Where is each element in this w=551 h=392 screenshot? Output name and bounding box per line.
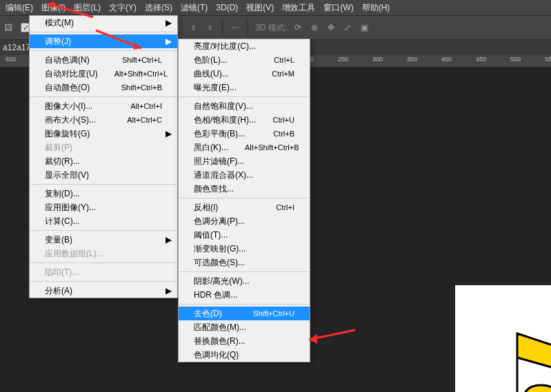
menu-item[interactable]: 色调分离(P)... bbox=[179, 214, 310, 228]
menu-item[interactable]: 图层(L) bbox=[70, 0, 105, 16]
more-icon[interactable]: ⋯ bbox=[228, 21, 242, 34]
document-tab[interactable]: a12a17f bbox=[3, 43, 32, 52]
menu-item[interactable]: 阴影/高光(W)... bbox=[179, 274, 310, 288]
menu-item[interactable]: HDR 色调... bbox=[179, 288, 310, 302]
menu-item[interactable]: 反相(I)Ctrl+I bbox=[179, 200, 310, 214]
menu-item[interactable]: 选择(S) bbox=[141, 0, 177, 16]
menu-item[interactable]: 复制(D)... bbox=[30, 187, 177, 200]
menu-item[interactable]: 自动对比度(U)Alt+Shift+Ctrl+L bbox=[30, 67, 177, 81]
menu-item[interactable]: 编辑(E) bbox=[1, 0, 37, 16]
menu-item[interactable]: 自然饱和度(V)... bbox=[179, 99, 310, 113]
menu-item[interactable]: 匹配颜色(M)... bbox=[179, 320, 310, 334]
menu-item[interactable]: 画布大小(S)...Alt+Ctrl+C bbox=[30, 113, 177, 127]
menu-item[interactable]: 去色(D)Shift+Ctrl+U bbox=[179, 307, 310, 320]
menu-item[interactable]: 照片滤镜(F)... bbox=[179, 154, 310, 168]
menu-item[interactable]: 调整(J)▶ bbox=[30, 34, 177, 48]
menu-item[interactable]: 曝光度(E)... bbox=[179, 81, 310, 94]
adjustments-submenu: 亮度/对比度(C)...色阶(L)...Ctrl+L曲线(U)...Ctrl+M… bbox=[178, 39, 310, 362]
menu-item-label: 反相(I) bbox=[194, 202, 259, 214]
menu-item[interactable]: 增效工具 bbox=[278, 0, 319, 16]
menu-item[interactable]: 阈值(T)... bbox=[179, 228, 310, 242]
menu-item-label: 裁切(R)... bbox=[45, 156, 162, 167]
menu-item[interactable]: 渐变映射(G)... bbox=[179, 242, 310, 256]
menu-item-label: 自动颜色(O) bbox=[45, 82, 105, 94]
menu-shortcut: Ctrl+I bbox=[259, 203, 294, 212]
menu-item[interactable]: 窗口(W) bbox=[319, 0, 357, 16]
menu-item-label: 画布大小(S)... bbox=[45, 114, 110, 126]
menu-item[interactable]: 黑白(K)...Alt+Shift+Ctrl+B bbox=[179, 141, 310, 154]
ruler-tick: 300 bbox=[372, 56, 383, 63]
mode3d-label: 3D 模式: bbox=[255, 22, 287, 34]
menu-item[interactable]: 3D(D) bbox=[212, 1, 242, 14]
menu-item[interactable]: 颜色查找... bbox=[179, 182, 310, 196]
menu-shortcut: Ctrl+M bbox=[255, 70, 294, 78]
document bbox=[455, 285, 551, 392]
menu-item[interactable]: 自动颜色(O)Shift+Ctrl+B bbox=[30, 81, 177, 94]
menu-item[interactable]: 色彩平衡(B)...Ctrl+B bbox=[179, 127, 310, 141]
music-note-graphic bbox=[476, 327, 551, 392]
tool-preset-icon[interactable]: 🖼 bbox=[1, 21, 15, 34]
menu-item[interactable]: 色阶(L)...Ctrl+L bbox=[179, 53, 310, 67]
menu-item[interactable]: 替换颜色(R)... bbox=[179, 334, 310, 348]
menu-item[interactable]: 变量(B)▶ bbox=[30, 233, 177, 247]
menu-item-label: 颜色查找... bbox=[194, 183, 294, 195]
distribute-icon[interactable]: ⫴ bbox=[203, 21, 217, 34]
menu-item[interactable]: 色调均化(Q) bbox=[179, 348, 310, 362]
menu-item-label: 可选颜色(S)... bbox=[194, 257, 294, 269]
menu-item-label: 自然饱和度(V)... bbox=[194, 101, 294, 112]
pan-icon[interactable]: ⊕ bbox=[308, 21, 321, 34]
ruler-tick: 650 bbox=[6, 56, 16, 63]
menu-item[interactable]: 图像大小(I)...Alt+Ctrl+I bbox=[30, 99, 177, 113]
ruler-tick: 350 bbox=[407, 56, 417, 63]
menu-item[interactable]: 模式(M)▶ bbox=[30, 16, 177, 30]
menu-shortcut: Alt+Shift+Ctrl+L bbox=[98, 70, 168, 78]
menu-item[interactable]: 可选颜色(S)... bbox=[179, 256, 310, 269]
distribute-icon[interactable]: ⫴ bbox=[186, 21, 200, 34]
submenu-arrow-icon: ▶ bbox=[166, 235, 172, 245]
menu-item[interactable]: 色相/饱和度(H)...Ctrl+U bbox=[179, 113, 310, 127]
menu-item-label: 图像旋转(G) bbox=[45, 128, 162, 140]
menu-item-label: 渐变映射(G)... bbox=[194, 243, 294, 255]
menu-item[interactable]: 亮度/对比度(C)... bbox=[179, 39, 310, 53]
menu-item[interactable]: 文字(Y) bbox=[105, 0, 141, 16]
menu-item-label: 色调均化(Q) bbox=[194, 349, 294, 361]
camera-icon[interactable]: ▣ bbox=[357, 21, 371, 34]
menu-item[interactable]: 视图(V) bbox=[242, 0, 278, 16]
menu-item-label: 匹配颜色(M)... bbox=[194, 322, 294, 333]
scale-icon[interactable]: ⤢ bbox=[341, 21, 354, 34]
orbit-icon[interactable]: ⟳ bbox=[291, 21, 305, 34]
menu-item[interactable]: 图像旋转(G)▶ bbox=[30, 127, 177, 141]
menu-item-label: 计算(C)... bbox=[45, 216, 162, 227]
menu-shortcut: Shift+Ctrl+U bbox=[237, 309, 294, 318]
menu-item-label: 色调分离(P)... bbox=[194, 216, 294, 227]
menu-item[interactable]: 曲线(U)...Ctrl+M bbox=[179, 67, 310, 81]
menu-item[interactable]: 滤镜(T) bbox=[177, 0, 212, 16]
menu-item[interactable]: 裁切(R)... bbox=[30, 154, 177, 168]
menu-bar: 编辑(E)图像(I)图层(L)文字(Y)选择(S)滤镜(T)3D(D)视图(V)… bbox=[0, 0, 551, 15]
menu-item-label: 模式(M) bbox=[45, 17, 162, 29]
menu-item[interactable]: 帮助(H) bbox=[358, 0, 394, 16]
menu-item[interactable]: 显示全部(V) bbox=[30, 168, 177, 182]
ruler-tick: 250 bbox=[338, 56, 348, 63]
menu-item-label: 曝光度(E)... bbox=[194, 82, 294, 94]
menu-item[interactable]: 分析(A)▶ bbox=[30, 284, 177, 298]
menu-item-label: 自动色调(N) bbox=[45, 54, 106, 66]
menu-item: 裁剪(P) bbox=[30, 141, 177, 154]
menu-item-label: 显示全部(V) bbox=[45, 169, 162, 181]
menu-item[interactable]: 通道混合器(X)... bbox=[179, 168, 310, 182]
menu-item[interactable]: 计算(C)... bbox=[30, 214, 177, 228]
menu-item-label: 色彩平衡(B)... bbox=[194, 128, 257, 140]
ruler-tick: 500 bbox=[510, 56, 521, 63]
menu-item-label: 黑白(K)... bbox=[194, 142, 228, 154]
menu-item[interactable]: 自动色调(N)Shift+Ctrl+L bbox=[30, 53, 177, 67]
menu-item-label: 应用数据组(L)... bbox=[45, 248, 162, 260]
menu-item[interactable]: 图像(I) bbox=[37, 0, 70, 16]
menu-item-label: 阈值(T)... bbox=[194, 229, 294, 241]
menu-item[interactable]: 应用图像(Y)... bbox=[30, 200, 177, 214]
menu-item-label: 去色(D) bbox=[194, 308, 237, 320]
menu-shortcut: Ctrl+L bbox=[257, 56, 294, 64]
move-icon[interactable]: ✥ bbox=[324, 21, 338, 34]
menu-item-label: 替换颜色(R)... bbox=[194, 336, 294, 347]
submenu-arrow-icon: ▶ bbox=[166, 37, 172, 46]
menu-item: 应用数据组(L)... bbox=[30, 247, 177, 260]
